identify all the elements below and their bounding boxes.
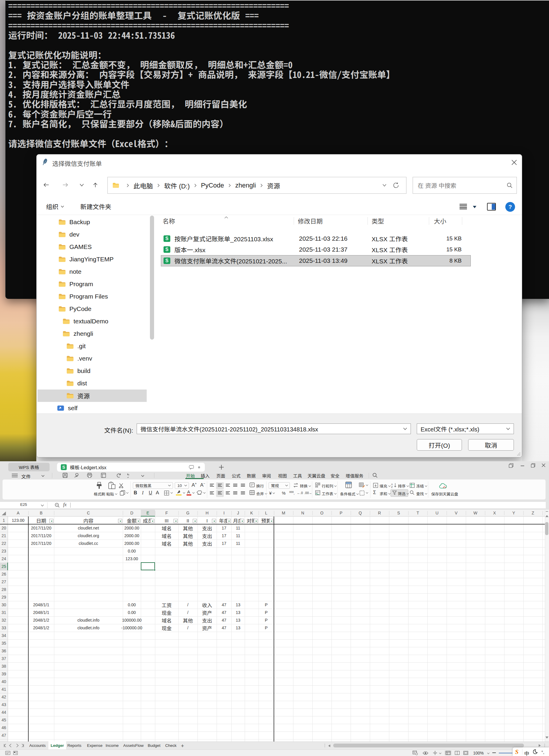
svg-text:Z: Z (391, 485, 393, 488)
svg-text:S: S (165, 258, 168, 263)
svg-text:S: S (165, 236, 168, 241)
svg-text:S: S (165, 247, 168, 252)
